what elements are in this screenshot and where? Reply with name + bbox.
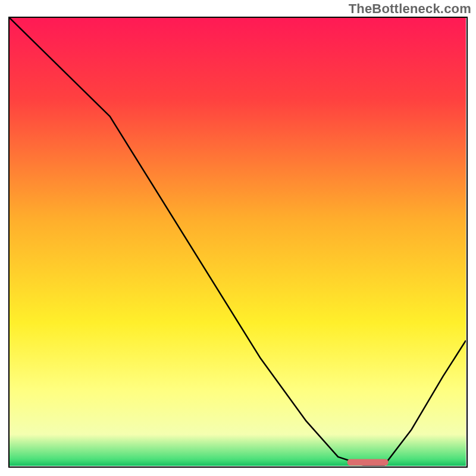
watermark-text: TheBottleneck.com — [349, 1, 471, 17]
chart-svg — [10, 18, 466, 466]
target-marker — [347, 459, 389, 466]
plot-area — [8, 17, 468, 468]
chart-container: TheBottleneck.com — [0, 0, 476, 476]
